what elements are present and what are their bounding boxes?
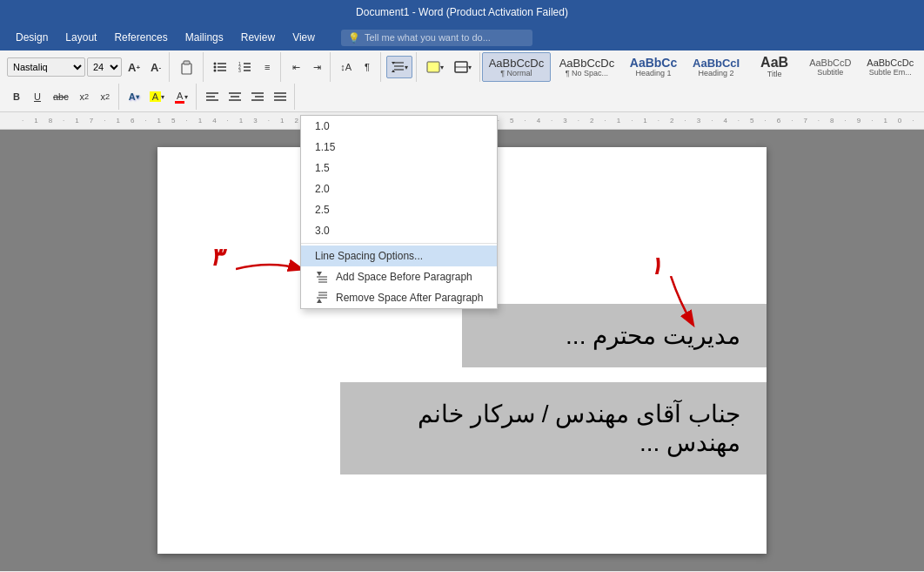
spacing-1-0[interactable]: 1.0 bbox=[301, 116, 497, 137]
font-format-group: B U abc x2 x2 bbox=[3, 84, 119, 110]
style-subtle-emph-preview: AaBbCcDc bbox=[867, 58, 914, 68]
line-spacing-options-label: Line Spacing Options... bbox=[315, 250, 423, 262]
superscript-btn[interactable]: x2 bbox=[96, 85, 115, 108]
style-no-spacing-label: ¶ No Spac... bbox=[566, 69, 608, 77]
svg-marker-37 bbox=[317, 272, 322, 276]
shading-icon bbox=[426, 61, 440, 73]
font-group: Nastaliq 24 A+ A- bbox=[3, 52, 170, 82]
spacing-2-0[interactable]: 2.0 bbox=[301, 178, 497, 199]
align-center-btn[interactable] bbox=[224, 85, 245, 108]
spacing-2-5[interactable]: 2.5 bbox=[301, 199, 497, 220]
spacing-2-5-value: 2.5 bbox=[315, 204, 330, 216]
shading-group: ▾ ▾ bbox=[418, 52, 480, 82]
style-heading1-preview: AaBbCc bbox=[630, 57, 677, 69]
align-left-btn[interactable] bbox=[202, 85, 223, 108]
bold-btn[interactable]: B bbox=[7, 85, 26, 108]
svg-point-6 bbox=[214, 66, 217, 69]
remove-space-after-label: Remove Space After Paragraph bbox=[336, 292, 483, 304]
grow-font-btn[interactable]: A+ bbox=[124, 56, 144, 78]
style-subtitle-preview: AaBbCcD bbox=[809, 58, 851, 68]
style-normal[interactable]: AaBbCcDc ¶ Normal bbox=[482, 52, 551, 82]
search-placeholder: Tell me what you want to do... bbox=[365, 32, 491, 43]
menu-mailings[interactable]: Mailings bbox=[177, 28, 232, 47]
menu-bar: Design Layout References Mailings Review… bbox=[0, 24, 924, 50]
svg-rect-1 bbox=[184, 61, 190, 64]
style-heading1[interactable]: AaBbCc Heading 1 bbox=[623, 52, 684, 82]
numbered-list-icon: 123 bbox=[238, 61, 251, 73]
menu-review[interactable]: Review bbox=[232, 28, 284, 47]
font-color-btn[interactable]: A ▾ bbox=[171, 85, 192, 108]
spacing-1-5[interactable]: 1.5 bbox=[301, 158, 497, 178]
spacing-group: ▾ bbox=[383, 52, 417, 82]
menu-design[interactable]: Design bbox=[7, 28, 57, 47]
bullet-list-btn[interactable] bbox=[209, 56, 231, 78]
subscript-btn[interactable]: x2 bbox=[75, 85, 94, 108]
line-spacing-options-btn[interactable]: Line Spacing Options... bbox=[301, 246, 497, 266]
line-spacing-icon bbox=[391, 61, 405, 73]
title-text: Document1 - Word (Product Activation Fai… bbox=[356, 6, 568, 18]
remove-space-after-btn[interactable]: Remove Space After Paragraph bbox=[301, 287, 497, 308]
menu-layout[interactable]: Layout bbox=[57, 28, 105, 47]
numbered-list-btn[interactable]: 123 bbox=[233, 56, 256, 78]
add-space-before-icon bbox=[315, 271, 329, 283]
underline-btn[interactable]: U bbox=[28, 85, 47, 108]
font-size-select[interactable]: 24 bbox=[87, 57, 122, 77]
highlight-btn[interactable]: A ▾ bbox=[145, 85, 169, 108]
add-space-before-btn[interactable]: Add Space Before Paragraph bbox=[301, 266, 497, 287]
increase-indent-btn[interactable]: ⇥ bbox=[307, 56, 326, 78]
justify-btn[interactable] bbox=[270, 85, 291, 108]
line-spacing-btn[interactable]: ▾ bbox=[386, 56, 412, 78]
align-right-btn[interactable] bbox=[247, 85, 268, 108]
list-group: 123 ≡ bbox=[205, 52, 281, 82]
paste-btn[interactable] bbox=[175, 56, 199, 78]
clipboard-group bbox=[171, 52, 204, 82]
show-marks-btn[interactable]: ¶ bbox=[358, 56, 377, 78]
line-spacing-dropdown: 1.0 1.15 1.5 2.0 2.5 3.0 Line Spacing Op… bbox=[300, 115, 498, 309]
style-title-preview: AaB bbox=[760, 56, 788, 70]
sort-btn[interactable]: ↕A bbox=[336, 56, 356, 78]
style-subtitle[interactable]: AaBbCcD Subtitle bbox=[802, 52, 858, 82]
menu-view[interactable]: View bbox=[284, 28, 324, 47]
spacing-1-15[interactable]: 1.15 bbox=[301, 137, 497, 158]
menu-references[interactable]: References bbox=[105, 28, 176, 47]
title-bar: Document1 - Word (Product Activation Fai… bbox=[0, 0, 924, 24]
style-no-spacing-preview: AaBbCcDc bbox=[559, 57, 615, 69]
border-btn[interactable]: ▾ bbox=[450, 56, 476, 78]
style-no-spacing[interactable]: AaBbCcDc ¶ No Spac... bbox=[552, 52, 621, 82]
style-heading2-preview: AaBbCcI bbox=[693, 57, 740, 69]
style-subtle-emph[interactable]: AaBbCcDc Subtle Em... bbox=[860, 52, 921, 82]
paste-icon bbox=[179, 59, 195, 75]
arrow-1 bbox=[645, 276, 697, 328]
multilevel-list-btn[interactable]: ≡ bbox=[258, 56, 277, 78]
dropdown-divider-1 bbox=[301, 243, 497, 244]
spacing-1-5-value: 1.5 bbox=[315, 162, 330, 174]
svg-point-5 bbox=[214, 63, 217, 65]
style-heading2-label: Heading 2 bbox=[699, 69, 734, 77]
text-effect-btn[interactable]: A▾ bbox=[124, 85, 144, 108]
style-title[interactable]: AaB Title bbox=[748, 52, 800, 82]
style-normal-label: ¶ Normal bbox=[500, 69, 532, 77]
arabic-text-box-1: مدیریت محترم ... bbox=[462, 304, 767, 367]
style-heading2[interactable]: AaBbCcI Heading 2 bbox=[686, 52, 747, 82]
spacing-1-0-value: 1.0 bbox=[315, 120, 330, 132]
svg-point-7 bbox=[214, 70, 217, 72]
sort-group: ↕A ¶ bbox=[332, 52, 381, 82]
indent-group: ⇤ ⇥ bbox=[283, 52, 331, 82]
spacing-1-15-value: 1.15 bbox=[315, 141, 335, 153]
strikethrough-btn[interactable]: abc bbox=[49, 85, 73, 108]
arrow-3 bbox=[236, 256, 305, 282]
font-name-select[interactable]: Nastaliq bbox=[7, 57, 85, 77]
style-title-label: Title bbox=[767, 70, 782, 78]
svg-rect-19 bbox=[427, 62, 439, 72]
spacing-3-0-value: 3.0 bbox=[315, 225, 330, 237]
search-box[interactable]: 💡 Tell me what you want to do... bbox=[341, 30, 532, 46]
spacing-3-0[interactable]: 3.0 bbox=[301, 220, 497, 241]
add-space-before-label: Add Space Before Paragraph bbox=[336, 271, 472, 283]
style-subtitle-label: Subtitle bbox=[817, 68, 843, 77]
ribbon: Nastaliq 24 A+ A- 123 ≡ ⇤ ⇥ bbox=[0, 50, 924, 112]
shrink-font-btn[interactable]: A- bbox=[146, 56, 165, 78]
search-icon: 💡 bbox=[348, 32, 360, 44]
remove-space-after-icon bbox=[315, 292, 329, 304]
shading-btn[interactable]: ▾ bbox=[422, 56, 448, 78]
decrease-indent-btn[interactable]: ⇤ bbox=[286, 56, 305, 78]
